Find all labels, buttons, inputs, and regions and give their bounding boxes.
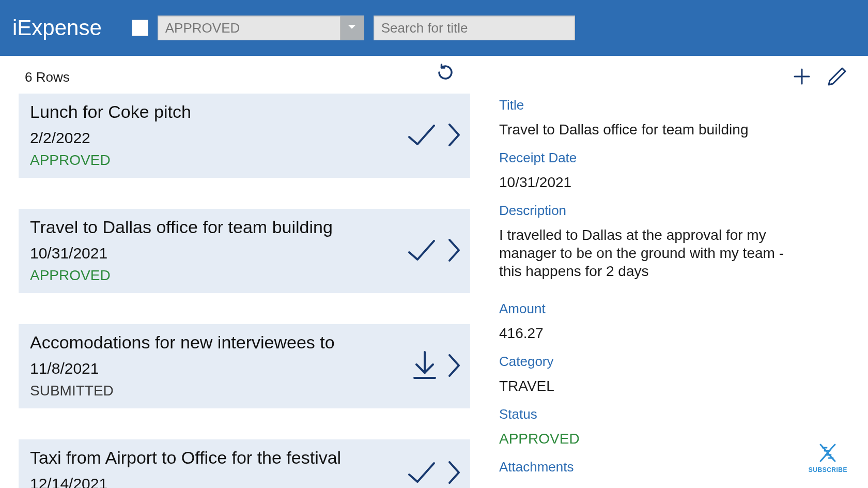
expense-card-title: Taxi from Airport to Office for the fest… <box>30 448 459 468</box>
chevron-right-icon[interactable] <box>447 460 461 487</box>
edit-button[interactable] <box>827 66 847 89</box>
expense-detail-pane: Title Travel to Dallas office for team b… <box>475 56 868 488</box>
expense-card-actions <box>405 238 461 265</box>
refresh-button[interactable] <box>436 63 455 84</box>
detail-label-attachments: Attachments <box>499 459 845 475</box>
expense-list-scroll[interactable]: Lunch for Coke pitch 2/2/2022 APPROVED T… <box>19 94 473 488</box>
detail-value-category: TRAVEL <box>499 377 845 395</box>
expense-card-title: Accomodations for new interviewees to <box>30 332 459 353</box>
chevron-down-icon <box>346 21 358 35</box>
expense-card-date: 12/14/2021 <box>30 475 459 488</box>
download-icon[interactable] <box>411 350 438 383</box>
expense-card-date: 2/2/2022 <box>30 129 459 147</box>
expense-card[interactable]: Accomodations for new interviewees to 11… <box>19 324 470 408</box>
detail-label-status: Status <box>499 406 845 422</box>
detail-label-category: Category <box>499 354 845 370</box>
expense-card-status: APPROVED <box>30 152 459 169</box>
expense-card-title: Lunch for Coke pitch <box>30 102 459 122</box>
status-filter-select[interactable]: APPROVED <box>158 16 364 40</box>
dna-icon <box>815 443 840 465</box>
expense-card-date: 11/8/2021 <box>30 360 459 377</box>
detail-label-receipt-date: Receipt Date <box>499 150 845 166</box>
detail-value-amount: 416.27 <box>499 324 845 342</box>
app-title: iExpense <box>12 16 102 40</box>
status-filter-chevron-button[interactable] <box>340 16 364 40</box>
detail-label-description: Description <box>499 203 845 219</box>
main-area: 6 Rows Lunch for Coke pitch 2/2/2022 APP… <box>0 56 868 488</box>
header-checkbox[interactable] <box>132 20 148 36</box>
detail-value-receipt-date: 10/31/2021 <box>499 173 845 191</box>
expense-list-pane: 6 Rows Lunch for Coke pitch 2/2/2022 APP… <box>0 56 475 488</box>
expense-card-actions <box>405 123 461 149</box>
check-icon[interactable] <box>405 460 438 487</box>
detail-label-amount: Amount <box>499 301 845 317</box>
expense-card-title: Travel to Dallas office for team buildin… <box>30 217 459 237</box>
expense-card-actions <box>411 350 461 383</box>
refresh-icon <box>436 74 455 83</box>
check-icon[interactable] <box>405 238 438 265</box>
app-header: iExpense APPROVED <box>0 0 868 56</box>
expense-card[interactable]: Lunch for Coke pitch 2/2/2022 APPROVED <box>19 94 470 178</box>
detail-spacer <box>499 482 845 488</box>
add-button[interactable] <box>792 66 812 89</box>
detail-toolbar <box>499 66 856 89</box>
expense-card-actions <box>405 460 461 487</box>
detail-value-status: APPROVED <box>499 430 845 448</box>
expense-card-status: SUBMITTED <box>30 383 459 399</box>
rows-count-label: 6 Rows <box>19 66 473 94</box>
expense-card[interactable]: Travel to Dallas office for team buildin… <box>19 209 470 293</box>
chevron-right-icon[interactable] <box>447 353 461 380</box>
subscribe-label: SUBSCRIBE <box>809 466 847 474</box>
detail-value-title: Travel to Dallas office for team buildin… <box>499 120 845 139</box>
expense-card-status: APPROVED <box>30 267 459 284</box>
chevron-right-icon[interactable] <box>447 123 461 149</box>
detail-scroll[interactable]: Title Travel to Dallas office for team b… <box>499 94 856 488</box>
detail-value-description: I travelled to Dallas at the approval fo… <box>499 226 809 280</box>
detail-label-title: Title <box>499 97 845 113</box>
check-icon[interactable] <box>405 123 438 149</box>
status-filter-value: APPROVED <box>158 20 340 36</box>
expense-card-date: 10/31/2021 <box>30 245 459 262</box>
chevron-right-icon[interactable] <box>447 238 461 265</box>
search-input[interactable] <box>374 16 575 40</box>
subscribe-badge[interactable]: SUBSCRIBE <box>809 443 847 474</box>
expense-card[interactable]: Taxi from Airport to Office for the fest… <box>19 439 470 488</box>
